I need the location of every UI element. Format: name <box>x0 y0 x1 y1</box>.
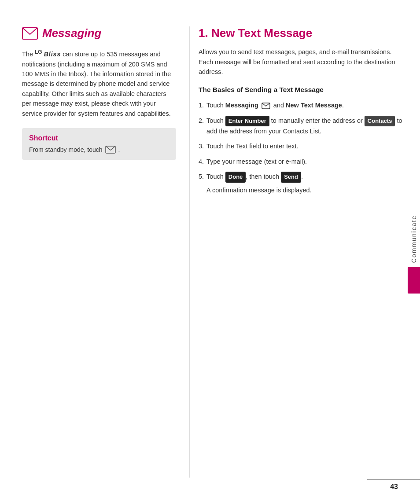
step-2-content: Touch Enter Number to manually enter the… <box>206 116 407 136</box>
step-2-num: 2. <box>199 116 204 136</box>
messaging-section-title: Messaging <box>22 26 176 40</box>
step-1-messaging-bold: Messaging <box>225 102 258 109</box>
messaging-body: The LG Bliss can store up to 535 message… <box>22 48 176 118</box>
communicate-side-tab: Communicate <box>408 210 420 293</box>
step-4: 4. Type your message (text or e-mail). <box>199 157 407 166</box>
left-column: Messaging The LG Bliss can store up to 5… <box>22 26 189 478</box>
steps-list: 1. Touch Messaging and New Text Message.… <box>199 100 407 195</box>
shortcut-title: Shortcut <box>29 134 169 142</box>
lg-logo: LG <box>35 49 42 55</box>
communicate-label: Communicate <box>410 210 417 267</box>
step-4-content: Type your message (text or e-mail). <box>206 157 407 166</box>
confirmation-text: A confirmation message is displayed. <box>206 185 407 195</box>
step-1-envelope-icon <box>262 103 270 109</box>
enter-number-button: Enter Number <box>225 116 269 126</box>
communicate-bar <box>408 267 420 294</box>
page-number: 43 <box>390 483 398 491</box>
sub-heading: The Basics of Sending a Text Message <box>199 85 407 95</box>
contacts-button: Contacts <box>365 116 395 126</box>
shortcut-text: From standby mode, touch . <box>29 146 169 154</box>
intro-text: Allows you to send text messages, pages,… <box>199 47 407 77</box>
step-3-content: Touch the Text field to enter text. <box>206 141 407 151</box>
envelope-icon <box>22 27 38 40</box>
right-column: 1. New Text Message Allows you to send t… <box>189 26 407 478</box>
shortcut-from-text: From standby mode, touch <box>29 146 103 153</box>
step-3: 3. Touch the Text field to enter text. <box>199 141 407 151</box>
bliss-brand: Bliss <box>44 51 61 58</box>
shortcut-box: Shortcut From standby mode, touch . <box>22 128 176 160</box>
step-1-content: Touch Messaging and New Text Message. <box>206 100 407 110</box>
step-1-num: 1. <box>199 100 204 110</box>
messaging-title: Messaging <box>42 26 101 40</box>
new-text-message-title: 1. New Text Message <box>199 26 407 40</box>
shortcut-period: . <box>118 146 120 153</box>
step-5-num: 5. <box>199 172 204 195</box>
step-1: 1. Touch Messaging and New Text Message. <box>199 100 407 110</box>
send-button: Send <box>281 172 301 182</box>
step-5-content: Touch Done, then touch Send. A confirmat… <box>206 172 407 195</box>
step-3-num: 3. <box>199 141 204 151</box>
bottom-divider <box>367 479 420 480</box>
can-store-text: can store up to 535 messages and notific… <box>22 51 171 117</box>
page: Messaging The LG Bliss can store up to 5… <box>0 0 420 504</box>
shortcut-envelope-icon <box>105 146 116 154</box>
step-5: 5. Touch Done, then touch Send. A confir… <box>199 172 407 195</box>
step-1-new-text-bold: New Text Message <box>286 102 342 109</box>
step-4-num: 4. <box>199 157 204 166</box>
step-2: 2. Touch Enter Number to manually enter … <box>199 116 407 136</box>
done-button: Done <box>225 172 246 182</box>
